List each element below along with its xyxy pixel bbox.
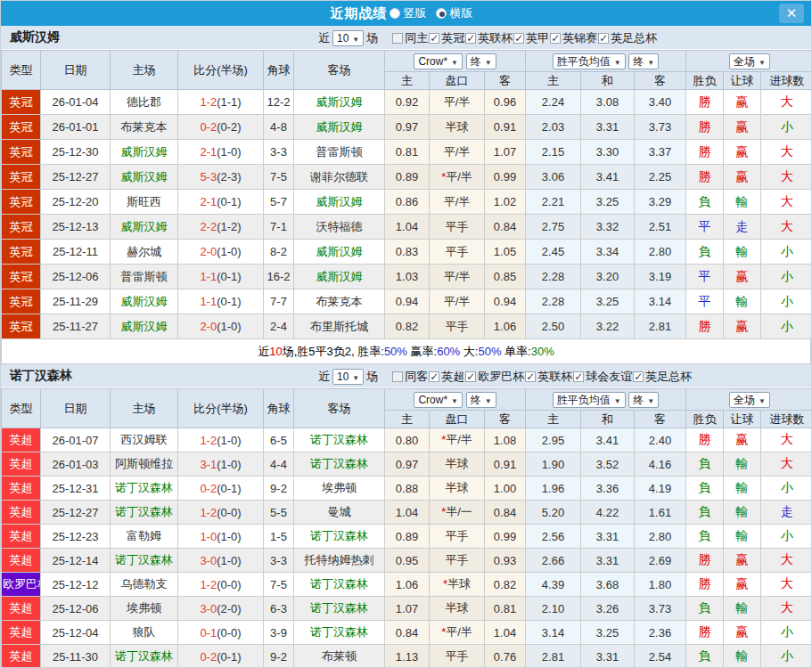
avg-draw: 3.22	[581, 314, 635, 339]
checkbox-icon[interactable]	[598, 33, 609, 44]
odds-company-select[interactable]: Crow*	[414, 392, 463, 408]
league-filter-option[interactable]: 英甲	[513, 30, 549, 46]
avg-type-select[interactable]: 胜平负均值	[553, 53, 626, 69]
league-type-badge: 英冠	[2, 140, 41, 165]
league-filter-label[interactable]: 欧罗巴杯	[478, 369, 524, 385]
league-filter-option[interactable]: 英足总杯	[633, 369, 692, 385]
league-filter-label[interactable]: 英联杯	[537, 369, 572, 385]
avg-away: 1.61	[635, 501, 686, 525]
league-filter-option[interactable]: 英联杯	[465, 30, 513, 46]
radio-horizontal-label[interactable]: 横版	[450, 5, 473, 21]
handicap-verdict: 赢	[724, 428, 761, 452]
odds-home: 0.89	[385, 165, 430, 190]
match-row: 欧罗巴杯25-12-12乌德勒支1-2(0-0)7-5诺丁汉森林1.06*半球0…	[2, 573, 812, 597]
match-count-select[interactable]: 10	[332, 30, 364, 46]
league-filter-option[interactable]: 英足总杯	[598, 30, 657, 46]
score: 2-0(1-0)	[178, 314, 264, 339]
league-filter-label[interactable]: 英足总杯	[645, 369, 692, 385]
corners: 5-5	[264, 501, 294, 525]
league-filter-option[interactable]: 英超	[429, 369, 464, 385]
score: 1-1(0-1)	[178, 265, 264, 289]
odds-away: 0.84	[485, 215, 526, 240]
odds-time-select[interactable]: 终	[466, 392, 496, 408]
avg-draw: 3.30	[581, 140, 635, 165]
result-verdict: 負	[686, 597, 724, 621]
match-row: 英冠25-12-20斯旺西2-1(0-1)5-7威斯汉姆0.86平/半1.022…	[2, 190, 812, 215]
score: 1-2(0-0)	[178, 501, 264, 525]
col-goals: 进球数	[761, 411, 812, 428]
league-type-badge: 英冠	[2, 314, 41, 339]
goals-verdict: 小	[761, 240, 812, 265]
handicap-verdict: 輸	[724, 240, 761, 265]
checkbox-icon[interactable]	[573, 371, 584, 382]
odds-home: 0.86	[385, 190, 430, 215]
match-date: 25-12-12	[41, 573, 111, 597]
match-count-select[interactable]: 10	[332, 369, 364, 385]
checkbox-icon[interactable]	[429, 33, 439, 44]
avg-draw: 4.22	[581, 501, 635, 525]
league-type-badge: 英冠	[2, 289, 41, 314]
league-filter-option[interactable]: 球会友谊	[573, 369, 632, 385]
near-label: 近	[318, 30, 330, 46]
same-venue-filter[interactable]: 同主	[392, 30, 428, 46]
checkbox-icon[interactable]	[392, 371, 403, 382]
odds-home: 0.95	[385, 549, 430, 573]
handicap: *平/半	[430, 621, 485, 645]
league-type-badge: 英超	[2, 621, 41, 645]
odds-time-select[interactable]: 终	[466, 53, 496, 69]
odds-company-select[interactable]: Crow*	[414, 53, 463, 69]
corners: 7-5	[264, 165, 294, 190]
league-filter-label[interactable]: 英足总杯	[611, 30, 657, 46]
checkbox-icon[interactable]	[513, 33, 524, 44]
checkbox-icon[interactable]	[633, 371, 644, 382]
league-type-badge: 英超	[2, 645, 41, 668]
league-type-badge: 英超	[2, 597, 41, 621]
league-filter-label[interactable]: 英联杯	[478, 30, 513, 46]
league-filter-label[interactable]: 英超	[441, 369, 464, 385]
league-filter-option[interactable]: 英联杯	[525, 369, 572, 385]
odds-away: 0.84	[485, 501, 526, 525]
checkbox-icon[interactable]	[525, 371, 536, 382]
team-section-bar: 威斯汉姆 近 10 场 同主 英冠英联杯英甲英锦赛英足总杯	[1, 26, 811, 50]
checkbox-icon[interactable]	[465, 33, 476, 44]
radio-icon[interactable]	[390, 8, 400, 19]
checkbox-icon[interactable]	[550, 33, 561, 44]
league-filter-option[interactable]: 英冠	[429, 30, 464, 46]
avg-time-select[interactable]: 终	[628, 392, 659, 408]
league-filter-label[interactable]: 英锦赛	[562, 30, 597, 46]
close-icon[interactable]: ✕	[779, 4, 804, 23]
league-filter-label[interactable]: 英甲	[526, 30, 549, 46]
avg-home: 2.81	[526, 645, 581, 668]
radio-icon[interactable]	[436, 8, 447, 19]
league-filter-option[interactable]: 英锦赛	[550, 30, 597, 46]
avg-time-select[interactable]: 终	[628, 53, 659, 69]
checkbox-icon[interactable]	[392, 33, 403, 44]
league-type-badge: 英超	[2, 428, 41, 452]
corners: 2-4	[264, 314, 294, 339]
fullmatch-select[interactable]: 全场	[729, 53, 770, 69]
radio-vertical-layout[interactable]: 竖版	[390, 5, 427, 21]
checkbox-icon[interactable]	[465, 371, 476, 382]
same-venue-filter[interactable]: 同客	[392, 369, 428, 385]
col-corners: 角球	[264, 51, 294, 90]
match-date: 26-01-03	[41, 452, 111, 477]
home-team: 威斯汉姆	[111, 215, 178, 240]
summary-part: 50%	[478, 345, 501, 358]
fullmatch-select[interactable]: 全场	[729, 392, 770, 408]
match-date: 25-12-20	[41, 190, 111, 215]
league-filter-label[interactable]: 球会友谊	[586, 369, 632, 385]
handicap-verdict: 赢	[724, 549, 761, 573]
radio-vertical-label[interactable]: 竖版	[404, 5, 427, 21]
league-filter-option[interactable]: 欧罗巴杯	[465, 369, 524, 385]
checkbox-icon[interactable]	[429, 371, 439, 382]
league-filter-label[interactable]: 英冠	[441, 30, 464, 46]
summary-part: 近	[258, 344, 269, 360]
col-result: 胜负	[686, 72, 724, 90]
col-avg-away: 客	[635, 72, 686, 90]
radio-horizontal-layout[interactable]: 横版	[436, 5, 473, 21]
goals-verdict: 大	[761, 428, 812, 452]
home-team: 斯旺西	[111, 190, 178, 215]
corners: 7-5	[264, 573, 294, 597]
avg-type-select[interactable]: 胜平负均值	[553, 392, 626, 408]
avg-draw: 3.32	[581, 215, 635, 240]
